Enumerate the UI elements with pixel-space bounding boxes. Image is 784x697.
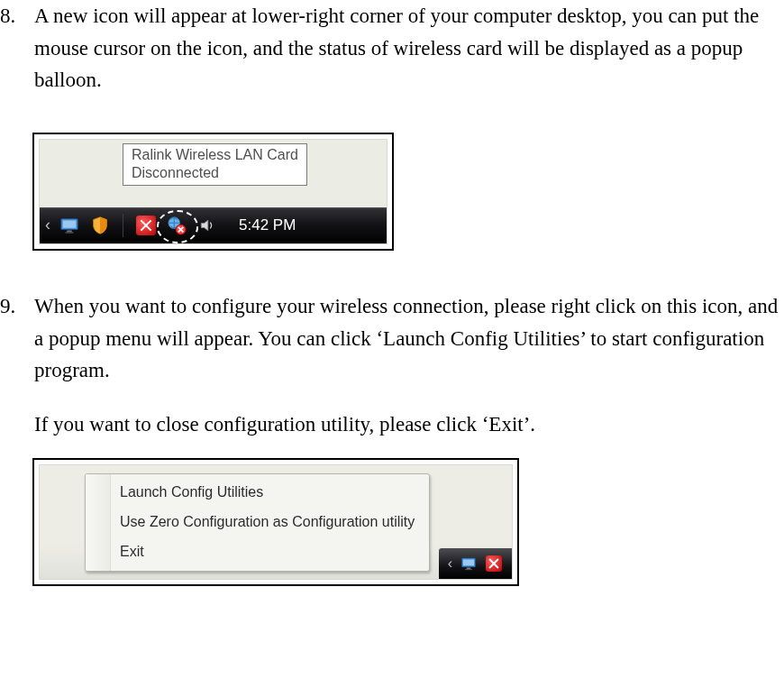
ralink-utility-tray-icon[interactable] [135,215,157,236]
tooltip-line-2: Disconnected [132,164,298,182]
svg-rect-7 [463,560,474,566]
svg-rect-3 [65,232,73,233]
step-9-text-a: When you want to configure your wireless… [34,290,780,387]
taskbar-clock[interactable]: 5:42 PM [239,214,296,237]
tray-overflow-chevron[interactable]: ‹ [446,553,456,575]
network-status-icon[interactable] [166,215,187,236]
volume-icon[interactable] [196,215,218,236]
network-monitor-icon[interactable] [59,215,80,236]
svg-rect-1 [63,220,77,227]
menu-item-zero-config[interactable]: Use Zero Configuration as Configuration … [87,508,427,537]
network-monitor-icon[interactable] [460,555,478,573]
taskbar-partial: ‹ [439,548,512,579]
step-number: 9. [0,290,34,441]
tray-context-menu: Launch Config Utilities Use Zero Configu… [85,473,430,571]
menu-item-launch-config[interactable]: Launch Config Utilities [87,478,427,508]
context-menu-screenshot: Launch Config Utilities Use Zero Configu… [32,458,519,586]
step-9-text-b: If you want to close configuration utili… [34,408,780,441]
step-8-text: A new icon will appear at lower-right co… [34,0,784,96]
svg-rect-8 [467,568,471,570]
tooltip-line-1: Ralink Wireless LAN Card [132,146,298,164]
tray-tooltip: Ralink Wireless LAN Card Disconnected [123,143,307,186]
svg-rect-9 [465,569,472,570]
menu-item-exit[interactable]: Exit [87,537,427,567]
tray-overflow-chevron[interactable]: ‹ [40,213,54,238]
svg-rect-2 [67,230,72,232]
security-shield-icon[interactable] [89,215,111,236]
taskbar: ‹ [40,207,387,243]
ralink-utility-tray-icon[interactable] [485,555,503,573]
tray-tooltip-screenshot: Ralink Wireless LAN Card Disconnected ‹ [32,133,394,251]
step-number: 8. [0,0,34,96]
